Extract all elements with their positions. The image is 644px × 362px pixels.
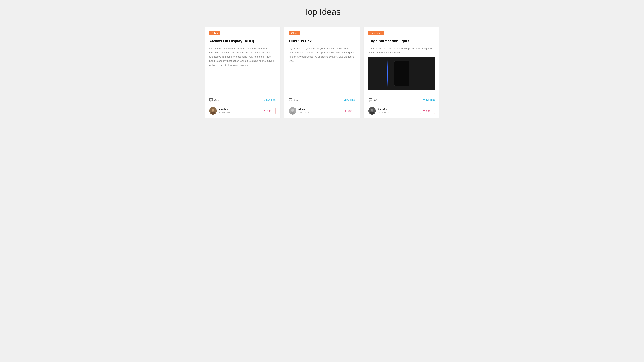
page-title: Top Ideas [3, 7, 641, 17]
avatar-image-1 [209, 107, 217, 115]
card-footer-1: 221 View idea [204, 96, 280, 104]
card-author-2: Elo63 2020-03-05 ♥ 795 [284, 105, 360, 118]
svg-point-4 [291, 109, 294, 112]
card-author-3: bagufix 2020-03-05 ♥ 999+ [364, 105, 440, 118]
author-date-3: 2020-03-05 [378, 111, 389, 114]
comment-number-1: 221 [214, 98, 219, 101]
card-body-1: Other Always On Display (AOD) It's all a… [204, 27, 280, 96]
edge-light-right [416, 57, 416, 90]
card-author-1: Kar7hik 2020-03-05 ♥ 999+ [204, 105, 280, 118]
view-idea-link-2[interactable]: View idea [344, 98, 355, 101]
avatar-3 [368, 107, 376, 115]
svg-point-9 [370, 109, 372, 111]
avatar-2 [289, 107, 296, 115]
author-name-1: Kar7hik [219, 108, 230, 111]
author-details-2: Elo63 2020-03-05 [298, 108, 310, 114]
comment-icon-1 [209, 98, 213, 102]
author-name-3: bagufix [378, 108, 389, 111]
like-button-1[interactable]: ♥ 999+ [261, 108, 276, 114]
card-body-3: Launcher Edge notification lights I'm an… [364, 27, 440, 96]
card-image-container-3 [368, 57, 435, 90]
idea-card-3: Launcher Edge notification lights I'm an… [364, 27, 440, 118]
author-details-1: Kar7hik 2020-03-05 [219, 108, 230, 114]
card-title-1: Always On Display (AOD) [209, 39, 276, 43]
heart-icon-1: ♥ [264, 109, 266, 113]
avatar-image-2 [289, 107, 296, 115]
author-details-3: bagufix 2020-03-05 [378, 108, 389, 114]
author-date-1: 2020-03-05 [219, 111, 230, 114]
view-idea-link-1[interactable]: View idea [264, 98, 276, 101]
heart-icon-2: ♥ [345, 109, 346, 113]
card-description-1: It's all about AOD the most most request… [209, 46, 276, 92]
like-count-2: 795 [348, 110, 352, 112]
like-button-3[interactable]: ♥ 999+ [420, 108, 435, 114]
comment-icon-2 [289, 98, 293, 102]
card-tag-1: Other [209, 31, 220, 35]
comment-icon-3 [368, 98, 372, 102]
avatar-1 [209, 107, 217, 115]
like-button-2[interactable]: ♥ 795 [342, 108, 355, 114]
like-count-3: 999+ [426, 110, 432, 112]
author-info-3: bagufix 2020-03-05 [368, 107, 389, 115]
view-idea-link-3[interactable]: View idea [423, 98, 435, 101]
idea-card-2: Other OnePlus Dex my idea is that you co… [284, 27, 360, 118]
avatar-image-3 [368, 107, 376, 115]
cards-container: Other Always On Display (AOD) It's all a… [204, 27, 440, 118]
comment-count-1: 221 [209, 98, 219, 102]
like-count-1: 999+ [267, 110, 273, 112]
card-title-2: OnePlus Dex [289, 39, 355, 43]
author-name-2: Elo63 [298, 108, 310, 111]
svg-point-1 [212, 109, 214, 112]
card-title-3: Edge notification lights [368, 39, 435, 43]
author-info-2: Elo63 2020-03-05 [289, 107, 310, 115]
comment-count-3: 90 [368, 98, 376, 102]
card-description-2: my idea is that you connect your Oneplus… [289, 46, 355, 92]
author-info-1: Kar7hik 2020-03-05 [209, 107, 230, 115]
idea-card-1: Other Always On Display (AOD) It's all a… [204, 27, 280, 118]
card-footer-2: 110 View idea [284, 96, 360, 104]
card-footer-3: 90 View idea [364, 96, 440, 104]
phone-illustration [394, 61, 409, 86]
card-body-2: Other OnePlus Dex my idea is that you co… [284, 27, 360, 96]
card-tag-2: Other [289, 31, 300, 35]
card-image-3 [368, 57, 435, 90]
comment-number-3: 90 [374, 98, 376, 101]
heart-icon-3: ♥ [423, 109, 425, 113]
card-tag-3: Launcher [368, 31, 384, 35]
author-date-2: 2020-03-05 [298, 111, 310, 114]
comment-count-2: 110 [289, 98, 298, 102]
comment-number-2: 110 [294, 98, 298, 101]
edge-light-left [387, 57, 388, 90]
card-description-3: I'm an OnePlus 7 Pro user and this phone… [368, 46, 435, 55]
